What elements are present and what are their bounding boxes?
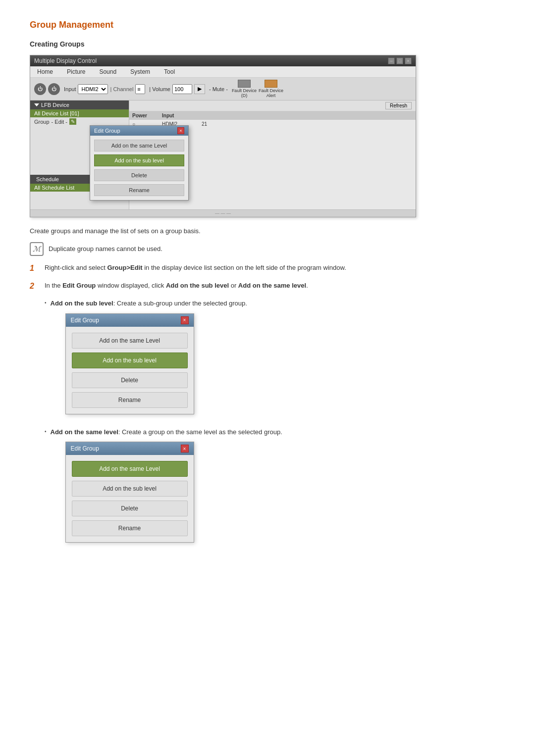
step-1-number: 1 <box>30 263 39 274</box>
edit-group-card-same: Edit Group × Add on the same Level Add o… <box>65 442 194 543</box>
cell-value: 21 <box>199 121 238 127</box>
table-header: Power Input <box>129 111 416 120</box>
mute-label: - Mute - <box>209 86 228 92</box>
mute-group: - Mute - <box>209 86 228 92</box>
collapse-triangle-icon <box>34 103 39 106</box>
dialog-btn-rename[interactable]: Rename <box>94 184 184 196</box>
fault-device-icon: Fault Device(D) <box>232 80 257 98</box>
col-power: Power <box>129 112 159 119</box>
app-statusbar: — — — <box>30 209 416 217</box>
col-input: Input <box>159 112 199 119</box>
fault-device-label: Fault Device(D) <box>232 88 257 98</box>
step-2: 2 In the Edit Group window displayed, cl… <box>30 281 505 292</box>
app-window-title: Multiple Display Control <box>34 57 97 64</box>
card-title-same: Edit Group <box>71 445 99 452</box>
card-btn-delete-same[interactable]: Delete <box>72 501 188 516</box>
card-close-sub[interactable]: × <box>181 316 189 324</box>
input-select[interactable]: HDMI2 <box>78 84 108 94</box>
fault-group: Fault Device(D) Fault DeviceAlert <box>232 80 283 98</box>
description-text: Create groups and manage the list of set… <box>30 226 505 236</box>
maximize-btn[interactable]: □ <box>396 57 403 64</box>
dialog-btn-delete[interactable]: Delete <box>94 169 184 181</box>
edit-icon[interactable]: ✎ <box>69 118 76 125</box>
volume-group: | Volume ▶ <box>149 84 205 94</box>
left-panel-header: LFB Device <box>30 101 129 109</box>
menu-tool[interactable]: Tool <box>157 66 182 77</box>
bullet-dot-1: • <box>45 300 47 305</box>
schedule-label: Schedule <box>36 176 59 182</box>
bullet-content-1: Add on the sub level: Create a sub-group… <box>51 299 247 422</box>
fault-device-img <box>238 80 251 88</box>
menu-picture[interactable]: Picture <box>60 66 92 77</box>
fault-alert-img <box>265 80 277 88</box>
menu-sound[interactable]: Sound <box>92 66 123 77</box>
card-body-sub: Add on the same Level Add on the sub lev… <box>66 327 194 414</box>
app-content: LFB Device All Device List [01] Group - … <box>30 101 416 209</box>
statusbar-text: — — — <box>215 211 231 216</box>
fault-alert-icon: Fault DeviceAlert <box>259 80 283 98</box>
volume-label: | Volume <box>149 86 170 92</box>
step-1-text: Right-click and select Group>Edit in the… <box>45 263 346 273</box>
dialog-btn-same-level[interactable]: Add on the same Level <box>94 140 184 151</box>
bullet-item-same-level: • Add on the same level: Create a group … <box>45 427 505 551</box>
note-icon: ℳ <box>30 242 44 256</box>
volume-arrow[interactable]: ▶ <box>194 84 205 94</box>
bullet-text-2: Add on the same level: Create a group on… <box>51 428 282 436</box>
card-btn-rename-same[interactable]: Rename <box>72 520 188 536</box>
bullet-item-sub-level: • Add on the sub level: Create a sub-gro… <box>45 299 505 422</box>
input-label: Input <box>64 86 76 92</box>
menu-home[interactable]: Home <box>30 66 60 77</box>
dialog-titlebar: Edit Group × <box>90 126 188 136</box>
bullet-label-same: Add on the same level <box>51 428 118 436</box>
bullet-text-1: Add on the sub level: Create a sub-group… <box>51 300 247 307</box>
volume-input[interactable] <box>172 84 192 94</box>
channel-input[interactable] <box>135 84 145 94</box>
card-btn-sub-level-same[interactable]: Add on the sub level <box>72 481 188 497</box>
note-box: ℳ Duplicate group names cannot be used. <box>30 242 505 256</box>
minimize-btn[interactable]: – <box>388 57 395 64</box>
dialog-btn-sub-level[interactable]: Add on the sub level <box>94 154 184 166</box>
lfb-device-label: LFB Device <box>41 102 69 108</box>
step-2-number: 2 <box>30 281 39 292</box>
group-row: Group - Edit - ✎ <box>30 117 129 126</box>
menu-system[interactable]: System <box>123 66 157 77</box>
bullet-section: • Add on the sub level: Create a sub-gro… <box>45 299 505 551</box>
card-btn-same-level-active[interactable]: Add on the same Level <box>72 461 188 477</box>
card-title-sub: Edit Group <box>71 317 99 324</box>
card-btn-rename-sub[interactable]: Rename <box>72 392 188 408</box>
section-subtitle: Creating Groups <box>30 40 505 48</box>
card-btn-sub-level-active[interactable]: Add on the sub level <box>72 353 188 368</box>
close-btn[interactable]: × <box>405 57 412 64</box>
card-close-same[interactable]: × <box>181 445 189 453</box>
page-title: Group Management <box>30 20 505 30</box>
power-icons: ⏻ ⏻ <box>34 83 60 95</box>
edit-group-card-sub: Edit Group × Add on the same Level Add o… <box>65 313 194 414</box>
fault-alert-label: Fault DeviceAlert <box>259 88 283 98</box>
dialog-title: Edit Group <box>94 128 120 134</box>
device-list-subheader: All Device List [01] <box>30 109 129 117</box>
step-2-text: In the Edit Group window displayed, clic… <box>45 281 308 291</box>
app-titlebar: Multiple Display Control – □ × <box>30 55 416 66</box>
channel-label: | Channel <box>110 86 133 92</box>
input-group: Input HDMI2 | Channel <box>64 84 145 94</box>
card-btn-same-level-sub[interactable]: Add on the same Level <box>72 333 188 349</box>
dialog-body: Add on the same Level Add on the sub lev… <box>90 136 188 200</box>
group-label: Group <box>34 119 50 125</box>
refresh-button[interactable]: Refresh <box>385 102 412 109</box>
bullet-content-2: Add on the same level: Create a group on… <box>51 427 282 551</box>
card-titlebar-same: Edit Group × <box>66 442 194 455</box>
dialog-close-icon[interactable]: × <box>177 127 184 134</box>
bullet-dot-2: • <box>45 429 47 434</box>
card-btn-delete-sub[interactable]: Delete <box>72 372 188 388</box>
edit-label[interactable]: - Edit - <box>52 119 67 125</box>
steps-container: 1 Right-click and select Group>Edit in t… <box>30 263 505 551</box>
bullet-label-sub: Add on the sub level <box>51 300 113 307</box>
right-panel-header: Refresh <box>129 101 416 111</box>
card-body-same: Add on the same Level Add on the sub lev… <box>66 455 194 542</box>
step-1: 1 Right-click and select Group>Edit in t… <box>30 263 505 274</box>
app-menubar: Home Picture Sound System Tool <box>30 66 416 78</box>
power-off-icon[interactable]: ⏻ <box>48 83 60 95</box>
power-on-icon[interactable]: ⏻ <box>34 83 46 95</box>
app-window: Multiple Display Control – □ × Home Pict… <box>30 55 416 217</box>
note-text: Duplicate group names cannot be used. <box>49 242 162 254</box>
